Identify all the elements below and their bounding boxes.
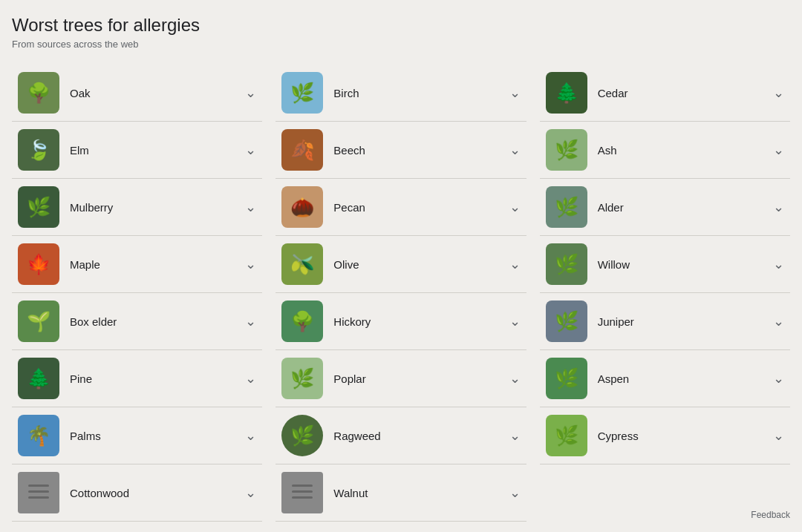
svg-rect-2 [28, 496, 49, 499]
tree-name-poplar: Poplar [333, 372, 506, 385]
tree-item-willow[interactable]: 🌿 Willow ⌄ [540, 236, 790, 293]
tree-name-boxelder: Box elder [70, 315, 242, 328]
page-title: Worst trees for allergies [12, 15, 790, 36]
tree-chevron-birch: ⌄ [509, 85, 521, 101]
tree-grid: 🌳 Oak ⌄ 🍃 Elm ⌄ 🌿 Mulberry ⌄ 🍁 Maple ⌄ � [12, 65, 790, 522]
tree-chevron-ash: ⌄ [773, 142, 784, 158]
tree-item-cedar[interactable]: 🌲 Cedar ⌄ [540, 65, 790, 122]
tree-item-hickory[interactable]: 🌳 Hickory ⌄ [276, 293, 526, 350]
tree-chevron-cottonwood: ⌄ [245, 485, 256, 501]
svg-rect-1 [28, 490, 49, 493]
tree-name-cypress: Cypress [598, 430, 770, 442]
tree-name-mulberry: Mulberry [70, 201, 242, 214]
tree-chevron-walnut: ⌄ [509, 485, 521, 501]
tree-name-olive: Olive [333, 258, 506, 271]
svg-rect-4 [292, 490, 313, 493]
tree-item-pine[interactable]: 🌲 Pine ⌄ [12, 350, 262, 407]
tree-name-maple: Maple [70, 258, 242, 271]
feedback-link[interactable]: Feedback [751, 510, 790, 520]
tree-chevron-oak: ⌄ [245, 85, 256, 101]
svg-rect-5 [292, 496, 313, 499]
tree-name-hickory: Hickory [333, 315, 506, 328]
tree-chevron-beech: ⌄ [509, 142, 521, 158]
tree-name-cottonwood: Cottonwood [70, 487, 242, 499]
tree-item-palms[interactable]: 🌴 Palms ⌄ [12, 407, 262, 464]
tree-name-oak: Oak [70, 87, 242, 99]
tree-item-aspen[interactable]: 🌿 Aspen ⌄ [540, 350, 790, 407]
tree-chevron-cedar: ⌄ [773, 85, 784, 101]
tree-item-beech[interactable]: 🍂 Beech ⌄ [276, 122, 526, 179]
tree-item-cypress[interactable]: 🌿 Cypress ⌄ [540, 407, 790, 464]
tree-name-palms: Palms [70, 430, 242, 442]
tree-name-pine: Pine [70, 372, 242, 385]
tree-chevron-elm: ⌄ [245, 142, 256, 158]
tree-name-ragweed: Ragweed [333, 430, 506, 442]
tree-chevron-maple: ⌄ [245, 256, 256, 272]
tree-chevron-olive: ⌄ [509, 256, 521, 272]
tree-name-juniper: Juniper [598, 315, 770, 328]
tree-chevron-boxelder: ⌄ [245, 313, 256, 329]
column-1: 🌳 Oak ⌄ 🍃 Elm ⌄ 🌿 Mulberry ⌄ 🍁 Maple ⌄ � [12, 65, 271, 522]
tree-name-ash: Ash [598, 144, 770, 157]
tree-name-willow: Willow [598, 258, 770, 271]
tree-name-beech: Beech [333, 144, 506, 157]
column-2: 🌿 Birch ⌄ 🍂 Beech ⌄ 🌰 Pecan ⌄ 🫒 Olive ⌄ [271, 65, 530, 522]
tree-chevron-poplar: ⌄ [509, 370, 521, 387]
tree-chevron-cypress: ⌄ [773, 427, 784, 444]
tree-chevron-pecan: ⌄ [509, 199, 521, 215]
tree-chevron-pine: ⌄ [245, 370, 256, 387]
tree-name-aspen: Aspen [598, 372, 770, 385]
tree-item-cottonwood[interactable]: Cottonwood ⌄ [12, 464, 262, 522]
tree-item-alder[interactable]: 🌿 Alder ⌄ [540, 179, 790, 236]
tree-name-pecan: Pecan [333, 201, 506, 214]
tree-chevron-willow: ⌄ [773, 256, 784, 272]
svg-rect-0 [28, 485, 49, 487]
tree-chevron-hickory: ⌄ [509, 313, 521, 329]
tree-name-alder: Alder [598, 201, 770, 214]
tree-item-ragweed[interactable]: 🌿 Ragweed ⌄ [276, 407, 526, 464]
tree-name-cedar: Cedar [598, 87, 770, 99]
tree-item-pecan[interactable]: 🌰 Pecan ⌄ [276, 179, 526, 236]
column-3: 🌲 Cedar ⌄ 🌿 Ash ⌄ 🌿 Alder ⌄ 🌿 Willow ⌄ � [531, 65, 790, 522]
tree-item-maple[interactable]: 🍁 Maple ⌄ [12, 236, 262, 293]
tree-item-boxelder[interactable]: 🌱 Box elder ⌄ [12, 293, 262, 350]
tree-item-walnut[interactable]: Walnut ⌄ [276, 464, 526, 522]
tree-chevron-juniper: ⌄ [773, 313, 784, 329]
tree-item-olive[interactable]: 🫒 Olive ⌄ [276, 236, 526, 293]
tree-chevron-alder: ⌄ [773, 199, 784, 215]
page-subtitle: From sources across the web [12, 39, 790, 50]
tree-item-oak[interactable]: 🌳 Oak ⌄ [12, 65, 262, 122]
tree-item-mulberry[interactable]: 🌿 Mulberry ⌄ [12, 179, 262, 236]
tree-chevron-palms: ⌄ [245, 427, 256, 444]
tree-item-birch[interactable]: 🌿 Birch ⌄ [276, 65, 526, 122]
tree-chevron-ragweed: ⌄ [509, 427, 521, 444]
tree-name-birch: Birch [333, 87, 506, 99]
tree-item-poplar[interactable]: 🌿 Poplar ⌄ [276, 350, 526, 407]
tree-item-elm[interactable]: 🍃 Elm ⌄ [12, 122, 262, 179]
svg-rect-3 [292, 485, 313, 487]
tree-name-elm: Elm [70, 144, 242, 157]
tree-chevron-aspen: ⌄ [773, 370, 784, 387]
tree-name-walnut: Walnut [333, 487, 506, 499]
tree-chevron-mulberry: ⌄ [245, 199, 256, 215]
tree-item-juniper[interactable]: 🌿 Juniper ⌄ [540, 293, 790, 350]
tree-item-ash[interactable]: 🌿 Ash ⌄ [540, 122, 790, 179]
